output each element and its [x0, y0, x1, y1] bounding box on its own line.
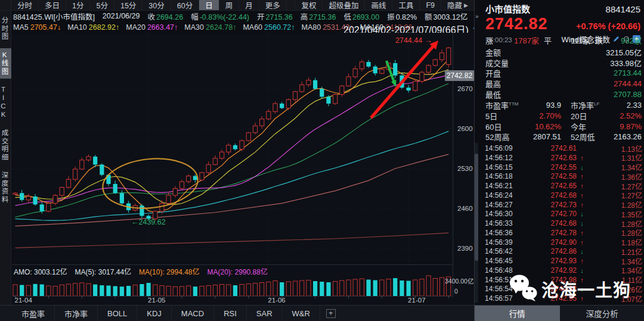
period-tab-更多[interactable]: 更多: [259, 0, 287, 10]
period-tab-15分[interactable]: 15分: [114, 0, 143, 10]
ma-item-MA30: MA302624.78↑: [184, 23, 236, 32]
scrollbar-thumb[interactable]: [475, 154, 478, 261]
trade-row: 14:56:392742.90↑1.18亿: [475, 237, 644, 247]
tool-F9[interactable]: F9: [419, 0, 441, 10]
tool-复权[interactable]: 复权: [295, 0, 322, 10]
trade-price: 2742.65: [528, 182, 577, 190]
down-arrow-icon: ↓: [577, 220, 587, 227]
panel-tab-行情[interactable]: 行情: [475, 306, 560, 321]
stat-row-成交量: 成交量333.98亿: [475, 58, 644, 68]
stat-label: 最高: [485, 78, 501, 89]
period-tab-周[interactable]: 周: [219, 0, 240, 10]
ratio-row-5日: 5日2.70%20日2.52%: [475, 110, 644, 121]
trade-row: 14:56:182742.58↑1.36亿: [475, 172, 644, 181]
trade-amount: 1.18亿: [587, 237, 642, 247]
trade-time: 14:56:33: [485, 219, 528, 227]
stat-label: 成交量: [485, 57, 509, 68]
trade-price: 2742.92: [528, 266, 577, 275]
indicator-tab-市净率[interactable]: 市净率: [55, 306, 98, 321]
trade-price: 2742.61: [528, 144, 577, 152]
period-tab-1分[interactable]: 1分: [66, 0, 90, 10]
collapse-chevron-icon[interactable]: »: [475, 13, 479, 20]
trade-amount: 1.28亿: [587, 219, 642, 229]
field-label: 收: [147, 13, 155, 21]
indicator-tab-市盈率[interactable]: 市盈率: [12, 306, 55, 321]
trade-amount: 1.13亿: [587, 144, 642, 154]
indicator-tab-KDJ[interactable]: KDJ: [137, 306, 172, 321]
up-arrow-icon: ↑: [577, 257, 587, 264]
ma-label: MA60: [243, 23, 262, 32]
field-value: 2693.00: [352, 13, 379, 21]
price-change: +0.76% (+20.66): [576, 21, 640, 31]
ma-item-MA5: MA52705.47↓: [13, 23, 61, 32]
panel-tab-深度分析[interactable]: 深度分析: [560, 306, 644, 321]
period-tab-30分[interactable]: 30分: [143, 0, 171, 10]
quote-header: 小市值指数 8841425 2742.82 +0.76% (+20.66) 15…: [475, 0, 644, 34]
sidebar-item-分时图[interactable]: 分时图: [0, 14, 11, 44]
amo-item-MA(20):: MA(20): 2990.88亿: [208, 266, 268, 276]
ma-value: 2663.47↑: [147, 23, 178, 32]
tool-工具[interactable]: 工具: [392, 0, 419, 10]
stat-label: 开盘: [485, 67, 501, 79]
indicator-tab-W&R[interactable]: W&R: [283, 306, 320, 321]
quote-field-低: 低2693.00: [343, 11, 379, 22]
stat-value: 2744.44: [614, 79, 642, 88]
indicator-tab-SAR[interactable]: SAR: [247, 306, 283, 321]
period-tab-多日[interactable]: 多日: [39, 0, 66, 10]
ratio-row-市盈率: 市盈率TTM93.9市净率LF2.33: [475, 99, 644, 110]
ma-value: 2705.47↓: [30, 23, 61, 32]
ratio-label: 60日: [485, 121, 525, 132]
sidebar-item-深度资料[interactable]: 深度资料: [0, 169, 11, 207]
trade-price: 2742.58: [528, 172, 577, 180]
amo-text: AMO: 3003.12亿: [14, 268, 67, 276]
current-price-marker: 2742.82: [445, 70, 474, 81]
trade-time: 14:56:18: [485, 172, 528, 180]
stat-label: 最低: [485, 89, 501, 100]
trade-row: 14:56:212742.65↑1.27亿: [475, 181, 644, 191]
stat-value: 2713.44: [614, 68, 642, 77]
last-price: 2742.82: [485, 15, 548, 33]
tool-隐藏[interactable]: 隐藏▶: [441, 0, 474, 10]
right-arrow-icon: →: [425, 36, 432, 45]
trade-row: 14:56:092742.611.13亿: [475, 144, 644, 153]
up-arrow-icon: ↑: [577, 154, 587, 161]
quote-field-开: 开2715.36: [257, 11, 293, 22]
left-arrow-icon: ←: [131, 218, 139, 226]
tool-超级叠加[interactable]: 超级叠加: [322, 0, 364, 10]
ratio-row-60日: 60日10.62%今年9.87%: [475, 121, 644, 132]
add-indicator-button[interactable]: +: [326, 309, 336, 318]
period-tab-60分[interactable]: 60分: [171, 0, 199, 10]
indicator-tab-RSI[interactable]: RSI: [214, 306, 247, 321]
quote-field-幅: 幅-0.83%(-22.44): [191, 11, 249, 22]
trade-list-scrollbar[interactable]: [475, 143, 478, 303]
ma-item-MA60: MA602560.72↑: [243, 23, 295, 32]
tool-画线[interactable]: 画线: [364, 0, 392, 10]
trade-amount: 1.35亿: [587, 209, 642, 219]
kline-chart-region[interactable]: 2742.82 2744.44→ ←2439.62 AMO: 3003.12亿M…: [12, 33, 474, 305]
ma-label: MA20: [126, 23, 145, 32]
trade-row: 14:56:152742.55↓1.34亿: [475, 162, 644, 172]
ratio-label: 52周低: [561, 131, 605, 142]
indicator-tab-BOLL[interactable]: BOLL: [98, 306, 137, 321]
indicator-tab-MACD[interactable]: MACD: [172, 306, 214, 321]
sidebar-item-成交明细[interactable]: 成交明细: [0, 126, 11, 164]
period-tab-5分[interactable]: 5分: [90, 0, 114, 10]
field-label: 开: [257, 13, 265, 21]
field-label: 幅: [191, 13, 199, 21]
x-axis-label: 21-04: [15, 297, 32, 304]
ratio-value: 2.52%: [605, 111, 642, 120]
ma-item-MA10: MA102682.92↑: [67, 23, 119, 32]
trade-row: 14:56:302742.70↓1.35亿: [475, 209, 644, 219]
high-annotation: 2744.44→: [395, 36, 432, 45]
ma-label: MA80: [302, 23, 321, 32]
ma-value: 2624.78↑: [206, 23, 236, 32]
amo-item-MA(10):: MA(10): 2994.48亿: [139, 266, 199, 276]
period-toolbar: 分时多日1分5分15分30分60分日周月更多复权超级叠加画线工具F9隐藏▶: [0, 0, 474, 11]
period-tab-日[interactable]: 日: [199, 0, 219, 10]
period-tab-月[interactable]: 月: [239, 0, 259, 10]
trade-price: 2742.55: [528, 163, 577, 172]
kline-chart[interactable]: [12, 33, 453, 305]
sidebar-item-TICK[interactable]: TICK: [0, 83, 11, 122]
period-tab-分时[interactable]: 分时: [11, 0, 39, 10]
sidebar-item-K线图[interactable]: K线图: [0, 48, 11, 79]
